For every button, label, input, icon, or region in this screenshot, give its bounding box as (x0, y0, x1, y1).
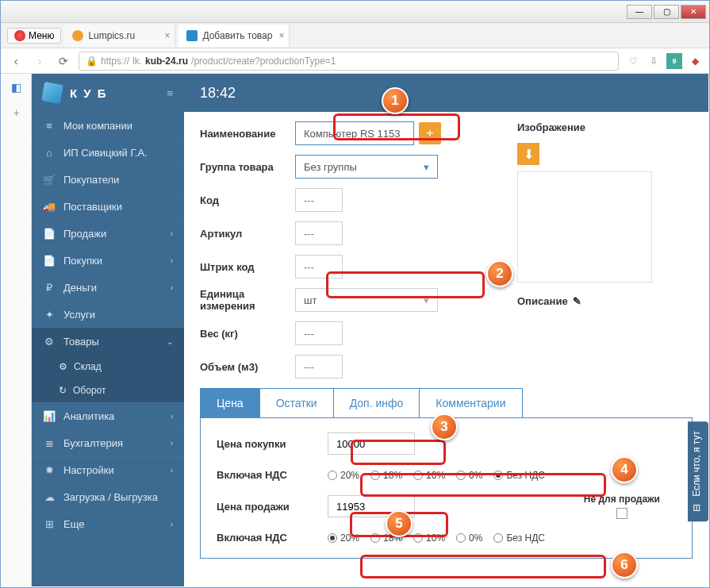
image-placeholder[interactable] (517, 171, 652, 282)
not-for-sale-checkbox[interactable] (616, 508, 627, 519)
brand[interactable]: К У Б ≡ (32, 74, 184, 112)
sidebar-item[interactable]: ✦Услуги (32, 301, 184, 328)
unit-value: шт (304, 294, 317, 306)
favicon-icon (186, 30, 198, 41)
weight-input[interactable] (295, 321, 343, 345)
vat-option[interactable]: 20% (328, 470, 359, 481)
sidebar-item[interactable]: 🚚Поставщики (32, 193, 184, 220)
name-input[interactable] (295, 121, 414, 145)
sidebar-subitem[interactable]: ⚙Склад (32, 355, 184, 379)
vat-option[interactable]: 10% (413, 532, 445, 544)
chevron-icon: › (171, 520, 173, 528)
vat-option[interactable]: Без НДС (493, 532, 545, 544)
price-tab[interactable]: Комментарии (419, 388, 522, 417)
help-tab[interactable]: ⊟ Если что, я тут (688, 421, 708, 521)
sidebar-item-label: Еще (63, 518, 84, 530)
vat-option[interactable]: 18% (370, 470, 402, 481)
sidebar-item-icon: ⚙ (43, 336, 56, 348)
vat-option-label: 10% (426, 470, 445, 481)
buy-price-label: Цена покупки (217, 438, 328, 450)
sidebar-item[interactable]: 📄Покупки› (32, 247, 184, 274)
code-label: Код (200, 194, 295, 206)
back-button[interactable]: ‹ (7, 52, 25, 70)
vat-buy-label: Включая НДС (217, 469, 328, 481)
tab-title: Добавить товар (202, 30, 272, 41)
sidebar-item-icon: ≡ (43, 120, 56, 132)
radio-icon (413, 471, 423, 480)
sidebar-item-label: Мои компании (63, 120, 132, 132)
ext-icon[interactable]: 9 (666, 53, 682, 69)
vat-option[interactable]: 10% (413, 470, 445, 481)
download-icon[interactable]: ⇩ (646, 53, 662, 69)
url-host: kub-24.ru (145, 56, 188, 67)
ext-icon[interactable]: ◆ (687, 53, 703, 69)
tab-close-icon[interactable]: × (278, 30, 284, 41)
brand-logo-icon (41, 82, 63, 104)
article-input[interactable] (295, 221, 343, 245)
sidebar-item-icon: 📄 (43, 228, 56, 240)
favicon-icon (72, 30, 83, 41)
browser-tab[interactable]: Lumpics.ru × (64, 25, 175, 47)
opera-menu-button[interactable]: Меню (7, 28, 61, 44)
volume-input[interactable] (295, 355, 343, 379)
vat-option[interactable]: 0% (456, 532, 482, 544)
price-tab[interactable]: Доп. инфо (333, 388, 420, 417)
sidebar-item-label: Услуги (63, 309, 95, 321)
sidebar-item-label: Покупки (63, 255, 102, 267)
vat-option[interactable]: 20% (328, 532, 359, 544)
sidebar-toggle-icon[interactable]: ◧ (8, 79, 25, 96)
sidebar-subitem[interactable]: ↻Оборот (32, 379, 184, 402)
add-name-button[interactable]: + (419, 122, 441, 144)
price-tab[interactable]: Цена (200, 388, 260, 417)
sidebar-item[interactable]: ☁Загрузка / Выгрузка (32, 483, 184, 510)
code-input[interactable] (295, 188, 343, 212)
sidebar-item[interactable]: ≡Мои компании (32, 112, 184, 139)
sidebar-item[interactable]: ≣Бухгалтерия› (32, 429, 184, 456)
barcode-label: Штрих код (200, 261, 295, 273)
sidebar-item[interactable]: ⌂ИП Сивицкий Г.А. (32, 139, 184, 166)
sidebar-item[interactable]: ₽Деньги› (32, 274, 184, 301)
vat-option[interactable]: 0% (456, 470, 482, 481)
sidebar: К У Б ≡ ≡Мои компании⌂ИП Сивицкий Г.А.🛒П… (32, 74, 184, 586)
sidebar-item[interactable]: ⊞Еще› (32, 510, 184, 537)
maximize-button[interactable]: ▢ (654, 5, 679, 19)
sidebar-item[interactable]: 📄Продажи› (32, 220, 184, 247)
reload-button[interactable]: ⟳ (55, 52, 72, 70)
vat-option-label: 0% (469, 470, 482, 481)
sidebar-item-icon: 📊 (43, 410, 56, 422)
bookmark-icon[interactable]: ♡ (625, 53, 641, 69)
sidebar-item-label: Товары (63, 336, 99, 348)
sidebar-item[interactable]: ⚙Товары⌄ (32, 328, 184, 355)
vat-sell-radio-group: 20%18%10%0%Без НДС (328, 532, 545, 544)
sidebar-item[interactable]: 📊Аналитика› (32, 402, 184, 429)
address-bar[interactable]: 🔒 https://lk.kub-24.ru/product/create?pr… (79, 52, 619, 71)
brand-text: К У Б (70, 86, 108, 100)
chevron-icon: › (171, 439, 173, 448)
group-select[interactable]: Без группы ▾ (295, 155, 438, 179)
topbar: 18:42 (184, 74, 708, 112)
chevron-down-icon: ▾ (424, 294, 429, 306)
minimize-button[interactable]: — (627, 5, 652, 19)
sidebar-item-label: ИП Сивицкий Г.А. (63, 147, 148, 159)
unit-select[interactable]: шт ▾ (295, 288, 438, 312)
url-scheme: https:// (101, 56, 129, 67)
chevron-icon: › (171, 466, 173, 475)
group-value: Без группы (304, 161, 357, 173)
vat-option[interactable]: Без НДС (493, 470, 545, 481)
sidebar-item[interactable]: ✸Настройки› (32, 456, 184, 483)
browser-tab[interactable]: Добавить товар × (178, 25, 290, 47)
edit-icon[interactable]: ✎ (573, 295, 581, 307)
upload-image-button[interactable]: ⬇ (517, 143, 539, 165)
lock-icon: 🔒 (86, 56, 98, 67)
sidebar-item-label: Продажи (63, 228, 106, 240)
sidebar-collapse-icon[interactable]: ≡ (167, 87, 173, 99)
buy-price-input[interactable] (328, 432, 415, 455)
close-button[interactable]: ✕ (681, 5, 706, 19)
forward-button[interactable]: › (31, 52, 48, 70)
tab-close-icon[interactable]: × (164, 30, 170, 41)
add-speed-dial-icon[interactable]: + (8, 104, 25, 121)
price-tab[interactable]: Остатки (259, 388, 334, 417)
barcode-input[interactable] (295, 255, 343, 279)
sidebar-item[interactable]: 🛒Покупатели (32, 166, 184, 193)
chevron-icon: › (171, 256, 173, 265)
